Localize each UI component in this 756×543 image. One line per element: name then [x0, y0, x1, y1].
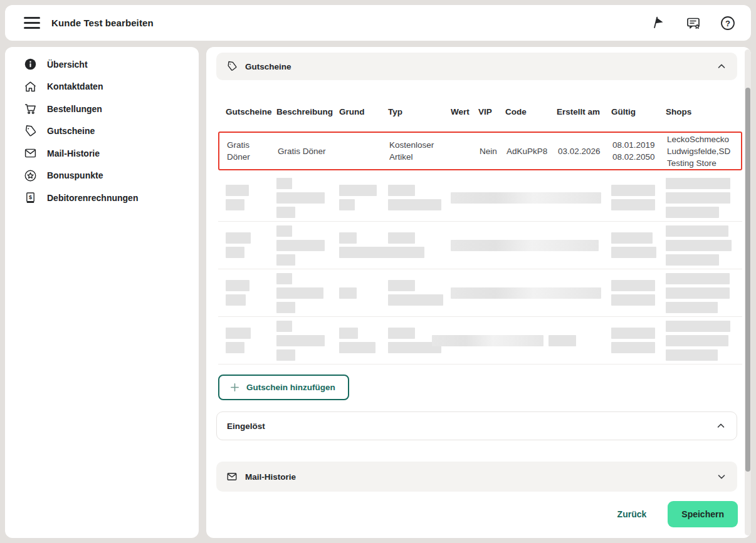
section-title: Eingelöst	[227, 421, 265, 431]
sidebar-item-debitorenrechnungen[interactable]: $ Debitorenrechnungen	[5, 187, 199, 209]
skeleton-box	[339, 287, 357, 299]
skeleton-row	[218, 174, 742, 222]
cell-vip: Nein	[480, 145, 507, 157]
skeleton-box	[611, 199, 655, 210]
sidebar-item-kontaktdaten[interactable]: Kontaktdaten	[5, 76, 199, 98]
skeleton-cell	[276, 222, 339, 269]
skeleton-box	[666, 240, 732, 251]
add-voucher-button[interactable]: Gutschein hinzufügen	[218, 375, 349, 400]
skeleton-box	[451, 192, 601, 204]
invoice-icon: $	[24, 191, 37, 204]
cart-icon	[24, 102, 37, 115]
skeleton-box	[276, 254, 295, 266]
skeleton-cell	[276, 269, 339, 316]
column-header: Typ	[388, 107, 451, 116]
skeleton-box	[388, 185, 415, 196]
skeleton-cell	[388, 269, 451, 316]
skeleton-box	[339, 199, 355, 210]
skeleton-box	[666, 321, 730, 332]
section-mail-historie-header[interactable]: Mail-Historie	[216, 462, 737, 492]
skeleton-box	[276, 321, 292, 332]
skeleton-cell	[226, 222, 276, 269]
skeleton-box	[339, 185, 377, 196]
column-header: VIP	[478, 107, 505, 116]
skeleton-box	[611, 185, 655, 196]
skeleton-box	[388, 280, 415, 291]
plus-icon	[229, 382, 240, 393]
skeleton-box	[666, 335, 728, 346]
skeleton-box	[666, 207, 719, 218]
star-circle-icon	[24, 169, 37, 182]
skeleton-cell	[666, 269, 742, 316]
sidebar-item-label: Übersicht	[47, 59, 88, 70]
skeleton-box	[276, 178, 292, 189]
cell-shops: LeckoSchmecko Ludwigsfelde,SD Testing St…	[667, 133, 743, 169]
voucher-row-highlighted[interactable]: Gratis Döner Gratis Döner Kostenloser Ar…	[218, 132, 742, 170]
skeleton-cell	[388, 222, 451, 269]
footer-actions: Zurück Speichern	[617, 501, 738, 527]
skeleton-box	[276, 273, 292, 284]
skeleton-box	[276, 349, 295, 361]
sidebar-item-label: Gutscheine	[47, 126, 95, 136]
column-header: Code	[505, 107, 557, 116]
cell-code: AdKuPkP8	[507, 145, 558, 157]
skeleton-box	[611, 328, 655, 339]
sidebar-item-uebersicht[interactable]: Übersicht	[5, 53, 199, 76]
skeleton-cell	[611, 317, 666, 364]
scrollbar-thumb[interactable]	[745, 88, 750, 472]
section-title: Mail-Historie	[245, 472, 296, 482]
skeleton-cell	[451, 317, 557, 364]
skeleton-cell	[666, 174, 742, 221]
loading-skeleton-rows	[218, 174, 742, 365]
topbar: Kunde Test bearbeiten ?	[5, 5, 751, 41]
feedback-icon[interactable]	[685, 15, 701, 31]
back-button[interactable]: Zurück	[617, 509, 647, 519]
sidebar-item-gutscheine[interactable]: Gutscheine	[5, 120, 199, 143]
page: Kunde Test bearbeiten ? Übersicht Konta	[0, 0, 756, 543]
svg-text:?: ?	[725, 18, 730, 28]
cell-gutschein: Gratis Döner	[227, 139, 278, 163]
skeleton-box	[226, 328, 251, 339]
skeleton-box	[226, 342, 244, 353]
section-eingeloest-header[interactable]: Eingelöst	[216, 411, 737, 440]
skeleton-box	[611, 232, 653, 244]
help-icon[interactable]: ?	[720, 15, 736, 31]
skeleton-cell	[276, 174, 339, 221]
column-header: Beschreibung	[276, 107, 339, 116]
skeleton-cell	[451, 269, 557, 316]
skeleton-box	[666, 178, 730, 189]
sidebar-item-mail-historie[interactable]: Mail-Historie	[5, 142, 199, 165]
skeleton-box	[388, 199, 441, 210]
skeleton-box	[666, 349, 718, 361]
skeleton-box	[451, 287, 601, 299]
cell-beschreibung: Gratis Döner	[278, 145, 340, 157]
skeleton-row	[218, 317, 742, 365]
sidebar-item-bestellungen[interactable]: Bestellungen	[5, 98, 199, 120]
column-header: Gültig	[611, 107, 666, 116]
skeleton-box	[276, 335, 325, 346]
skeleton-box	[451, 240, 599, 251]
save-button[interactable]: Speichern	[668, 501, 738, 527]
info-icon	[24, 58, 37, 71]
skeleton-box	[549, 335, 576, 346]
skeleton-cell	[339, 317, 388, 364]
skeleton-box	[611, 342, 655, 353]
cell-typ: Kostenloser Artikel	[389, 139, 452, 163]
flag-icon[interactable]	[651, 15, 667, 31]
column-header: Shops	[666, 107, 742, 116]
skeleton-cell	[388, 174, 451, 221]
skeleton-box	[388, 232, 415, 244]
skeleton-box	[226, 232, 251, 244]
section-gutscheine-header[interactable]: Gutscheine	[216, 53, 737, 80]
skeleton-box	[276, 240, 325, 251]
skeleton-box	[226, 185, 249, 196]
skeleton-cell	[451, 174, 557, 221]
skeleton-box	[666, 192, 730, 204]
cell-erstellt-am: 03.02.2026	[558, 145, 612, 157]
skeleton-cell	[666, 317, 742, 364]
menu-icon[interactable]	[24, 17, 40, 29]
sidebar-item-label: Kontaktdaten	[47, 81, 103, 91]
skeleton-cell	[611, 222, 666, 269]
sidebar-item-bonuspunkte[interactable]: Bonuspunkte	[5, 165, 199, 187]
table-header: Gutscheine Beschreibung Grund Typ Wert V…	[218, 102, 742, 121]
